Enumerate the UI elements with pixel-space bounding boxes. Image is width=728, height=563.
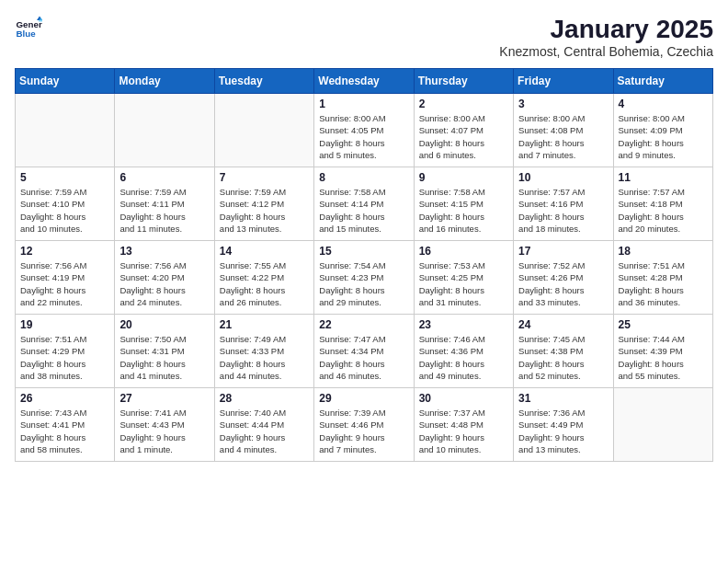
calendar-cell: 7Sunrise: 7:59 AM Sunset: 4:12 PM Daylig…	[214, 167, 313, 241]
day-number: 18	[619, 245, 708, 258]
svg-text:Blue: Blue	[17, 29, 37, 39]
calendar-cell	[214, 94, 313, 167]
day-number: 12	[20, 245, 109, 258]
day-info: Sunrise: 8:00 AM Sunset: 4:09 PM Dayligh…	[619, 112, 708, 161]
calendar-cell: 3Sunrise: 8:00 AM Sunset: 4:08 PM Daylig…	[514, 94, 613, 167]
calendar-cell: 5Sunrise: 7:59 AM Sunset: 4:10 PM Daylig…	[16, 167, 115, 241]
calendar-cell: 28Sunrise: 7:40 AM Sunset: 4:44 PM Dayli…	[214, 388, 313, 462]
calendar-cell: 8Sunrise: 7:58 AM Sunset: 4:14 PM Daylig…	[314, 167, 414, 241]
day-info: Sunrise: 8:00 AM Sunset: 4:07 PM Dayligh…	[419, 112, 508, 161]
day-info: Sunrise: 7:40 AM Sunset: 4:44 PM Dayligh…	[220, 407, 309, 455]
day-info: Sunrise: 7:56 AM Sunset: 4:19 PM Dayligh…	[20, 259, 109, 308]
day-number: 19	[20, 318, 109, 331]
logo: General Blue	[15, 15, 42, 42]
logo-icon: General Blue	[15, 15, 42, 42]
day-number: 22	[319, 318, 408, 331]
calendar-cell: 22Sunrise: 7:47 AM Sunset: 4:34 PM Dayli…	[314, 315, 414, 388]
calendar-cell: 31Sunrise: 7:36 AM Sunset: 4:49 PM Dayli…	[514, 388, 613, 462]
day-number: 21	[220, 318, 309, 331]
day-info: Sunrise: 7:50 AM Sunset: 4:31 PM Dayligh…	[119, 333, 209, 382]
day-info: Sunrise: 7:51 AM Sunset: 4:28 PM Dayligh…	[619, 259, 708, 308]
day-info: Sunrise: 7:59 AM Sunset: 4:12 PM Dayligh…	[220, 186, 309, 235]
calendar-cell: 23Sunrise: 7:46 AM Sunset: 4:36 PM Dayli…	[414, 315, 513, 388]
location-subtitle: Knezmost, Central Bohemia, Czechia	[499, 44, 713, 59]
weekday-header-tuesday: Tuesday	[214, 69, 313, 94]
day-number: 28	[220, 392, 309, 405]
day-info: Sunrise: 7:55 AM Sunset: 4:22 PM Dayligh…	[220, 259, 309, 308]
day-number: 15	[319, 245, 408, 258]
weekday-header-monday: Monday	[115, 69, 214, 94]
calendar-cell: 4Sunrise: 8:00 AM Sunset: 4:09 PM Daylig…	[613, 94, 712, 167]
day-number: 24	[518, 318, 608, 331]
page-header: General Blue January 2025 Knezmost, Cent…	[15, 15, 713, 59]
day-number: 10	[518, 171, 608, 184]
day-number: 13	[119, 245, 209, 258]
day-info: Sunrise: 7:58 AM Sunset: 4:15 PM Dayligh…	[419, 186, 508, 235]
day-number: 8	[319, 171, 408, 184]
weekday-header-wednesday: Wednesday	[314, 69, 414, 94]
day-info: Sunrise: 8:00 AM Sunset: 4:05 PM Dayligh…	[319, 112, 408, 161]
calendar-week-5: 26Sunrise: 7:43 AM Sunset: 4:41 PM Dayli…	[16, 388, 713, 462]
calendar-cell	[16, 94, 115, 167]
day-number: 17	[518, 245, 608, 258]
day-number: 30	[419, 392, 508, 405]
calendar-cell: 29Sunrise: 7:39 AM Sunset: 4:46 PM Dayli…	[314, 388, 414, 462]
weekday-header-friday: Friday	[514, 69, 613, 94]
day-number: 26	[20, 392, 109, 405]
calendar-cell: 13Sunrise: 7:56 AM Sunset: 4:20 PM Dayli…	[115, 241, 214, 315]
weekday-header-saturday: Saturday	[613, 69, 712, 94]
calendar-cell: 18Sunrise: 7:51 AM Sunset: 4:28 PM Dayli…	[613, 241, 712, 315]
day-number: 31	[518, 392, 608, 405]
day-number: 7	[220, 171, 309, 184]
day-number: 2	[419, 98, 508, 110]
day-info: Sunrise: 7:59 AM Sunset: 4:10 PM Dayligh…	[20, 186, 109, 235]
day-number: 3	[518, 98, 608, 110]
day-info: Sunrise: 7:43 AM Sunset: 4:41 PM Dayligh…	[20, 407, 109, 455]
calendar-week-3: 12Sunrise: 7:56 AM Sunset: 4:19 PM Dayli…	[16, 241, 713, 315]
calendar-cell: 27Sunrise: 7:41 AM Sunset: 4:43 PM Dayli…	[115, 388, 214, 462]
day-number: 16	[419, 245, 508, 258]
calendar-cell: 9Sunrise: 7:58 AM Sunset: 4:15 PM Daylig…	[414, 167, 513, 241]
weekday-header-row: SundayMondayTuesdayWednesdayThursdayFrid…	[16, 69, 713, 94]
day-info: Sunrise: 7:39 AM Sunset: 4:46 PM Dayligh…	[319, 407, 408, 455]
day-number: 1	[319, 98, 408, 110]
calendar-cell: 1Sunrise: 8:00 AM Sunset: 4:05 PM Daylig…	[314, 94, 414, 167]
day-info: Sunrise: 7:53 AM Sunset: 4:25 PM Dayligh…	[419, 259, 508, 308]
day-info: Sunrise: 7:46 AM Sunset: 4:36 PM Dayligh…	[419, 333, 508, 382]
day-number: 9	[419, 171, 508, 184]
day-info: Sunrise: 7:37 AM Sunset: 4:48 PM Dayligh…	[419, 407, 508, 455]
calendar-cell: 15Sunrise: 7:54 AM Sunset: 4:23 PM Dayli…	[314, 241, 414, 315]
day-info: Sunrise: 7:41 AM Sunset: 4:43 PM Dayligh…	[119, 407, 209, 455]
day-number: 11	[619, 171, 708, 184]
day-info: Sunrise: 7:44 AM Sunset: 4:39 PM Dayligh…	[619, 333, 708, 382]
day-info: Sunrise: 7:49 AM Sunset: 4:33 PM Dayligh…	[220, 333, 309, 382]
calendar-cell: 26Sunrise: 7:43 AM Sunset: 4:41 PM Dayli…	[16, 388, 115, 462]
day-info: Sunrise: 7:47 AM Sunset: 4:34 PM Dayligh…	[319, 333, 408, 382]
day-info: Sunrise: 7:36 AM Sunset: 4:49 PM Dayligh…	[518, 407, 608, 455]
day-info: Sunrise: 7:52 AM Sunset: 4:26 PM Dayligh…	[518, 259, 608, 308]
calendar-cell: 10Sunrise: 7:57 AM Sunset: 4:16 PM Dayli…	[514, 167, 613, 241]
day-info: Sunrise: 7:59 AM Sunset: 4:11 PM Dayligh…	[119, 186, 209, 235]
day-info: Sunrise: 7:57 AM Sunset: 4:16 PM Dayligh…	[518, 186, 608, 235]
calendar-week-2: 5Sunrise: 7:59 AM Sunset: 4:10 PM Daylig…	[16, 167, 713, 241]
day-number: 29	[319, 392, 408, 405]
day-number: 6	[119, 171, 209, 184]
weekday-header-sunday: Sunday	[16, 69, 115, 94]
month-title: January 2025	[499, 15, 713, 44]
calendar-cell: 11Sunrise: 7:57 AM Sunset: 4:18 PM Dayli…	[613, 167, 712, 241]
calendar-cell: 30Sunrise: 7:37 AM Sunset: 4:48 PM Dayli…	[414, 388, 513, 462]
calendar-cell: 2Sunrise: 8:00 AM Sunset: 4:07 PM Daylig…	[414, 94, 513, 167]
calendar-cell: 19Sunrise: 7:51 AM Sunset: 4:29 PM Dayli…	[16, 315, 115, 388]
calendar-week-4: 19Sunrise: 7:51 AM Sunset: 4:29 PM Dayli…	[16, 315, 713, 388]
calendar-cell: 20Sunrise: 7:50 AM Sunset: 4:31 PM Dayli…	[115, 315, 214, 388]
day-number: 20	[119, 318, 209, 331]
title-block: January 2025 Knezmost, Central Bohemia, …	[499, 15, 713, 59]
day-info: Sunrise: 7:57 AM Sunset: 4:18 PM Dayligh…	[619, 186, 708, 235]
day-info: Sunrise: 8:00 AM Sunset: 4:08 PM Dayligh…	[518, 112, 608, 161]
calendar-cell: 14Sunrise: 7:55 AM Sunset: 4:22 PM Dayli…	[214, 241, 313, 315]
calendar-cell	[115, 94, 214, 167]
day-info: Sunrise: 7:58 AM Sunset: 4:14 PM Dayligh…	[319, 186, 408, 235]
day-info: Sunrise: 7:54 AM Sunset: 4:23 PM Dayligh…	[319, 259, 408, 308]
calendar-cell: 25Sunrise: 7:44 AM Sunset: 4:39 PM Dayli…	[613, 315, 712, 388]
day-number: 25	[619, 318, 708, 331]
